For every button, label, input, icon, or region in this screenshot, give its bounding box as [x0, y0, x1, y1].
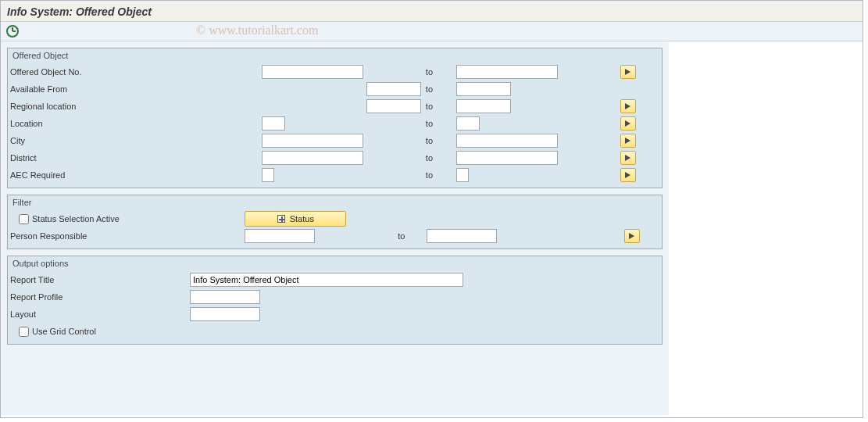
input-aec-to[interactable]: [456, 168, 469, 182]
output-form: Report Title Report Profile Layout Use G: [8, 271, 662, 340]
input-city-to[interactable]: [456, 134, 558, 148]
watermark-text: © www.tutorialkart.com: [196, 23, 318, 38]
group-output-options: Output options Report Title Report Profi…: [7, 256, 663, 345]
group-title-offered: Offered Object: [8, 48, 662, 63]
range-button-district[interactable]: [620, 151, 636, 165]
to-label: to: [398, 231, 405, 241]
to-label: to: [426, 136, 433, 145]
label-available-from: Available From: [10, 84, 67, 94]
range-button-person-responsible[interactable]: [624, 229, 640, 243]
status-button-label: Status: [290, 214, 314, 224]
body-area: Offered Object Offered Object No. to Ava…: [1, 41, 669, 415]
label-city: City: [10, 136, 25, 145]
input-district-from[interactable]: [262, 151, 363, 165]
label-person-responsible: Person Responsible: [10, 231, 87, 241]
checkbox-status-selection-active[interactable]: [19, 214, 29, 224]
expand-icon: [277, 215, 285, 223]
label-district: District: [10, 153, 37, 163]
app-toolbar: © www.tutorialkart.com: [1, 21, 863, 41]
input-city-from[interactable]: [262, 134, 363, 148]
group-offered-object: Offered Object Offered Object No. to Ava…: [7, 48, 663, 188]
range-button-city[interactable]: [620, 134, 636, 148]
window-frame: Info System: Offered Object © www.tutori…: [0, 0, 863, 418]
filter-form: Status Selection Active Status Person Re…: [8, 210, 662, 245]
to-label: to: [426, 102, 433, 111]
input-person-responsible-from[interactable]: [245, 229, 315, 243]
label-layout: Layout: [10, 309, 36, 319]
input-available-from-to[interactable]: [456, 82, 511, 96]
execute-icon[interactable]: [5, 24, 20, 38]
to-label: to: [426, 153, 433, 163]
label-regional-location: Regional location: [10, 102, 76, 111]
status-button[interactable]: Status: [245, 211, 346, 227]
input-available-from-from[interactable]: [366, 82, 421, 96]
input-offered-object-no-to[interactable]: [456, 65, 558, 79]
input-report-title[interactable]: [190, 273, 463, 287]
input-location-to[interactable]: [456, 116, 480, 131]
range-button-location[interactable]: [620, 116, 636, 131]
offered-form: Offered Object No. to Available From to …: [8, 63, 662, 184]
page-title: Info System: Offered Object: [1, 1, 863, 21]
input-layout[interactable]: [190, 307, 260, 321]
label-report-title: Report Title: [10, 275, 54, 284]
label-use-grid-control: Use Grid Control: [32, 327, 96, 336]
range-button-offered-object-no[interactable]: [620, 65, 636, 79]
label-report-profile: Report Profile: [10, 292, 63, 302]
input-aec-from[interactable]: [262, 168, 274, 182]
input-regional-from[interactable]: [366, 99, 421, 113]
input-district-to[interactable]: [456, 151, 558, 165]
to-label: to: [426, 84, 433, 94]
label-offered-object-no: Offered Object No.: [10, 67, 82, 77]
group-title-filter: Filter: [8, 195, 662, 210]
range-button-regional[interactable]: [620, 99, 636, 113]
input-offered-object-no-from[interactable]: [262, 65, 363, 79]
input-person-responsible-to[interactable]: [427, 229, 497, 243]
input-report-profile[interactable]: [190, 290, 260, 304]
label-aec-required: AEC Required: [10, 170, 65, 180]
to-label: to: [426, 119, 433, 128]
range-button-aec[interactable]: [620, 168, 636, 182]
group-title-output: Output options: [8, 256, 662, 271]
input-regional-to[interactable]: [456, 99, 511, 113]
to-label: to: [426, 67, 433, 77]
label-status-selection-active: Status Selection Active: [32, 214, 120, 224]
input-location-from[interactable]: [262, 116, 285, 131]
label-location: Location: [10, 119, 43, 128]
group-filter: Filter Status Selection Active Status: [7, 195, 663, 249]
to-label: to: [426, 170, 433, 180]
checkbox-use-grid-control[interactable]: [19, 327, 29, 337]
